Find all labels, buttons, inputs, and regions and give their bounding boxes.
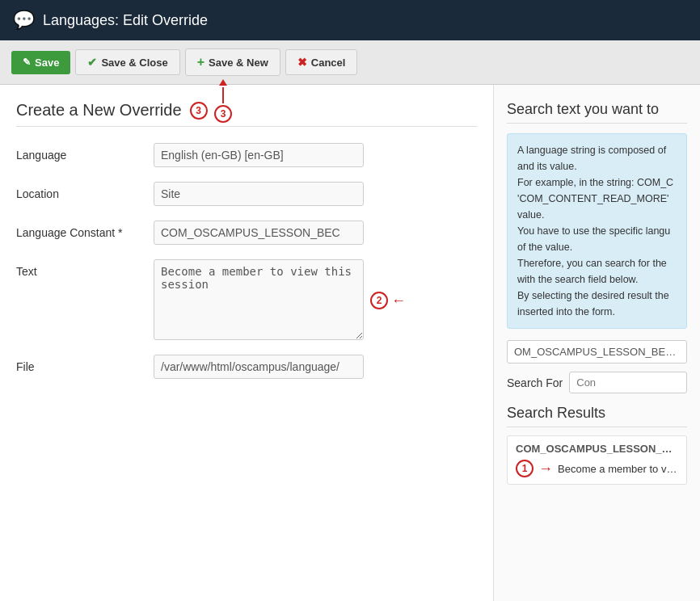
annotation-1-circle: 1 [516, 460, 533, 477]
text-field-group: Text Become a member to view this sessio… [16, 259, 477, 340]
save-label: Save [35, 57, 59, 69]
search-for-label: Search For [507, 376, 563, 389]
annotation-2-wrap: 2 ← [370, 259, 406, 309]
location-input[interactable] [154, 182, 364, 206]
save-close-button[interactable]: ✔ Save & Close [75, 49, 179, 75]
language-label: Language [16, 143, 145, 162]
annotation-1-wrap: 1 → Become a member to view this s [516, 460, 678, 477]
file-input[interactable] [154, 355, 364, 379]
toolbar-wrapper: ✎ Save ✔ Save & Close + Save & New ✖ Can… [0, 40, 700, 85]
check-icon: ✔ [87, 56, 97, 69]
search-constant-display: OM_OSCAMPUS_LESSON_BECC [507, 340, 687, 364]
left-panel: Create a New Override 3 Language Locatio… [0, 85, 493, 601]
save-button[interactable]: ✎ Save [11, 51, 70, 74]
info-text: A language string is composed of and its… [517, 145, 673, 317]
cancel-label: Cancel [311, 57, 346, 69]
save-new-button[interactable]: + Save & New [185, 48, 280, 76]
annotation-2-circle: 2 [370, 292, 388, 309]
info-box: A language string is composed of and its… [507, 133, 687, 329]
x-icon: ✖ [297, 56, 307, 69]
location-label: Location [16, 182, 145, 200]
right-panel: Search text you want to A language strin… [493, 85, 700, 601]
main-content: Create a New Override 3 Language Locatio… [0, 85, 700, 601]
search-result-item[interactable]: COM_OSCAMPUS_LESSON_BEC 1 → Become a mem… [507, 435, 687, 485]
toolbar: ✎ Save ✔ Save & Close + Save & New ✖ Can… [0, 40, 700, 85]
constant-label: Language Constant * [16, 221, 145, 239]
annotation-1-arrow: → [538, 460, 553, 477]
right-title: Search text you want to [507, 101, 687, 124]
search-for-row: Search For [507, 372, 687, 393]
file-label: File [16, 355, 145, 373]
constant-input[interactable] [154, 221, 364, 245]
annotation-2-arrow: ← [391, 292, 406, 309]
language-input[interactable] [154, 143, 364, 167]
constant-field-group: Language Constant * [16, 221, 477, 245]
section-title: Create a New Override 3 [16, 101, 477, 127]
annotation-3-inline: 3 [190, 102, 208, 120]
save-edit-icon: ✎ [23, 57, 31, 68]
page-title: Languages: Edit Override [43, 12, 208, 29]
result-key: COM_OSCAMPUS_LESSON_BEC [516, 443, 678, 455]
page-header-icon: 💬 [13, 10, 35, 31]
search-results-title: Search Results [507, 405, 687, 427]
save-new-label: Save & New [209, 57, 268, 69]
file-field-group: File [16, 355, 477, 379]
plus-icon: + [197, 55, 205, 69]
cancel-button[interactable]: ✖ Cancel [285, 49, 358, 75]
language-field-group: Language [16, 143, 477, 167]
text-textarea[interactable]: Become a member to view this session [154, 259, 364, 340]
page-header: 💬 Languages: Edit Override [0, 0, 700, 40]
section-title-text: Create a New Override [16, 101, 182, 120]
location-field-group: Location [16, 182, 477, 206]
save-close-label: Save & Close [101, 57, 167, 69]
search-for-input[interactable] [569, 372, 687, 393]
text-label: Text [16, 259, 145, 278]
result-value: Become a member to view this s [558, 463, 678, 475]
